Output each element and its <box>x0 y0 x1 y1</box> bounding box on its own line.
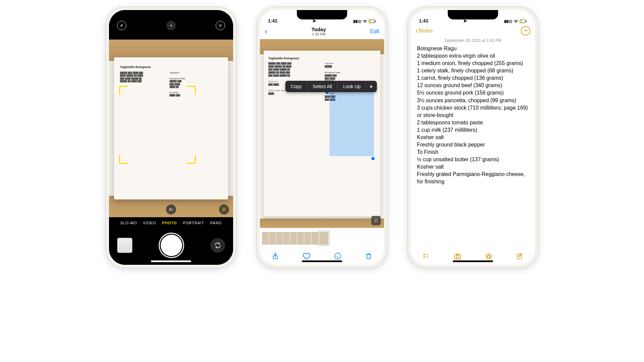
last-photo-thumbnail[interactable] <box>117 238 132 253</box>
phone-camera: Tagliatelle Bolognese █████ ███ ████ ███… <box>106 7 236 268</box>
text-context-menu: Copy Select All Look Up ▶ <box>285 81 377 92</box>
more-options-button[interactable]: ••• <box>521 26 530 36</box>
thumbnail[interactable] <box>276 232 283 245</box>
camera-switch-button[interactable] <box>210 238 225 253</box>
home-indicator[interactable] <box>302 260 342 262</box>
home-indicator[interactable] <box>151 260 191 262</box>
thumbnail[interactable] <box>311 232 318 245</box>
svg-rect-9 <box>526 21 527 22</box>
live-text-corner-icon <box>119 155 128 164</box>
note-line: 1 carrot, finely chopped (136 grams) <box>417 74 529 82</box>
thumbnail[interactable] <box>304 232 311 245</box>
notch <box>146 10 196 19</box>
photo-viewer[interactable]: Tagliatelle Bolognese █████ ███ ████ ███… <box>260 39 384 228</box>
notes-app-screen: 1:41 ➤ ▮▮▯▯ ‹ Notes ••• <box>411 10 535 265</box>
mode-pano[interactable]: PANO <box>210 221 222 225</box>
signal-icon: ▮▮▯▯ <box>504 19 512 23</box>
nav-title: Today <box>312 27 326 33</box>
markup-icon[interactable] <box>485 253 492 260</box>
mode-video[interactable]: VIDEO <box>143 221 156 225</box>
photo-thumbnail-strip[interactable] <box>260 229 384 247</box>
note-line: To Finish <box>417 148 529 156</box>
note-line: 2 tablespoons tomato paste <box>417 119 529 126</box>
svg-point-10 <box>424 254 425 255</box>
note-line: ½ cup unsalted butter (137 grams) <box>417 156 529 163</box>
svg-rect-4 <box>375 21 376 22</box>
notes-toolbar <box>411 248 535 265</box>
menu-copy[interactable]: Copy <box>285 81 308 92</box>
svg-point-1 <box>219 24 222 27</box>
flash-icon[interactable] <box>117 21 126 30</box>
thumbnail[interactable] <box>262 232 269 245</box>
camera-controls-chevron-icon[interactable] <box>166 21 176 30</box>
live-text-corner-icon <box>187 155 196 164</box>
phone-notes: 1:41 ➤ ▮▮▯▯ ‹ Notes ••• <box>408 7 538 268</box>
back-button[interactable]: ‹ <box>265 27 267 36</box>
checklist-icon[interactable] <box>423 253 430 260</box>
photos-nav-bar: ‹ Today 1:39 PM Edit <box>260 24 384 39</box>
live-photo-icon[interactable] <box>216 21 225 30</box>
live-text-corner-icon <box>187 86 196 95</box>
share-icon[interactable] <box>272 252 279 260</box>
camera-viewfinder[interactable]: Tagliatelle Bolognese █████ ███ ████ ███… <box>109 40 233 217</box>
note-line: 3 cups chicken stock (710 milliliters; p… <box>417 104 529 119</box>
favorite-icon[interactable] <box>303 252 311 260</box>
note-line: 2 tablespoon extra-virgin olive oil <box>417 52 529 60</box>
menu-select-all[interactable]: Select All <box>307 81 338 92</box>
photos-toolbar <box>260 247 384 265</box>
edit-button[interactable]: Edit <box>370 28 379 35</box>
note-line: 5½ ounces ground pork (156 grams) <box>417 89 529 97</box>
menu-look-up[interactable]: Look Up <box>338 81 366 92</box>
wifi-icon <box>363 20 367 23</box>
note-line: 1 celery stalk, finely chopped (68 grams… <box>417 67 529 74</box>
compose-icon[interactable] <box>516 253 523 260</box>
cookbook-page: Tagliatelle Bolognese █████ ███ ████ ███… <box>114 57 228 199</box>
note-line: Freshly grated Parmigiano-Reggiano chees… <box>417 171 529 185</box>
status-time: 1:41 <box>419 18 428 23</box>
battery-icon <box>369 19 376 23</box>
recipe-title: Tagliatelle Bolognese <box>120 65 222 69</box>
svg-rect-3 <box>369 20 371 22</box>
info-icon[interactable] <box>334 252 341 260</box>
note-date: September 29, 2021 at 1:41 PM <box>411 38 535 45</box>
note-line: 1 cup milk (237 milliliters) <box>417 126 529 134</box>
live-text-button[interactable] <box>219 204 229 215</box>
note-body[interactable]: Bolognese Ragu2 tablespoon extra-virgin … <box>411 45 535 248</box>
menu-more-arrow-icon[interactable]: ▶ <box>366 81 377 91</box>
svg-rect-8 <box>520 20 522 22</box>
thumbnail[interactable] <box>297 232 304 245</box>
mode-photo[interactable]: PHOTO <box>162 221 177 225</box>
shutter-button[interactable] <box>161 235 182 256</box>
text-selection-highlight[interactable] <box>329 92 374 156</box>
home-indicator[interactable] <box>453 260 493 262</box>
mode-slomo[interactable]: SLO-MO <box>120 221 137 225</box>
notes-nav-bar: ‹ Notes ••• <box>411 24 535 38</box>
thumbnail[interactable] <box>290 232 297 245</box>
svg-point-11 <box>424 256 425 258</box>
chevron-left-icon: ‹ <box>416 26 418 35</box>
notch <box>448 10 498 19</box>
trash-icon[interactable] <box>365 252 372 260</box>
status-time: 1:41 <box>268 18 277 23</box>
back-label: Notes <box>419 28 433 34</box>
note-line: Freshly ground black pepper <box>417 141 529 148</box>
thumbnail[interactable] <box>269 232 276 245</box>
note-line: Kosher salt <box>417 163 529 171</box>
live-text-button[interactable] <box>371 216 381 225</box>
thumbnail[interactable] <box>283 232 290 245</box>
back-button[interactable]: ‹ Notes <box>416 26 433 35</box>
note-line: 12 ounces ground beef (340 grams) <box>417 82 529 89</box>
camera-mode-selector[interactable]: SLO-MO VIDEO PHOTO PORTRAIT PANO <box>109 217 233 229</box>
recipe-title: Tagliatelle Bolognese <box>268 57 376 60</box>
camera-bottom-controls <box>109 229 233 265</box>
svg-point-13 <box>456 255 459 258</box>
nav-title-group: Today 1:39 PM <box>312 27 326 37</box>
camera-icon[interactable] <box>453 252 462 260</box>
svg-point-0 <box>220 25 221 26</box>
thumbnail-selected[interactable] <box>318 231 329 245</box>
camera-app-screen: Tagliatelle Bolognese █████ ███ ████ ███… <box>109 10 233 265</box>
photos-app-screen: 1:41 ➤ ▮▮▯▯ ‹ Today 1:39 PM <box>260 10 384 265</box>
zoom-cancel-button[interactable]: ✕1 <box>166 204 176 215</box>
notch <box>297 10 347 19</box>
mode-portrait[interactable]: PORTRAIT <box>183 221 204 225</box>
